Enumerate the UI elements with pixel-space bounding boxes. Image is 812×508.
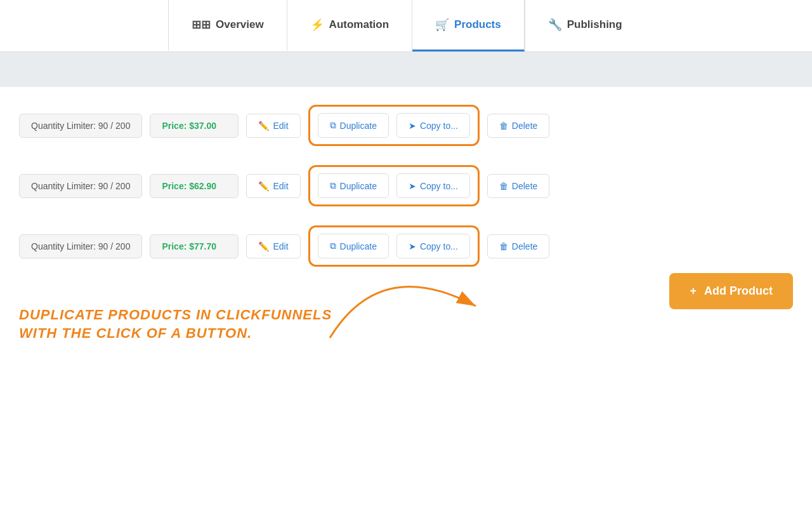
nav-tabs: ⊞ Overview ⚡ Automation 🛒 Products 🔧 Pub… [0,0,812,52]
bottom-area: Duplicate Products in ClickFunnels with … [0,293,812,319]
pencil-icon: ✏️ [258,121,269,131]
send-icon-1: ➤ [409,121,416,131]
delete-button-2[interactable]: 🗑 Delete [487,174,549,198]
tab-overview-label: Overview [216,18,264,31]
price-badge-1: Price: $37.00 [150,114,239,138]
edit-button-2[interactable]: ✏️ Edit [246,174,300,198]
qty-limiter-1: Quantity Limiter: 90 / 200 [19,114,142,138]
pencil-icon-2: ✏️ [258,181,269,191]
trash-icon-1: 🗑 [499,121,508,131]
price-badge-3: Price: $77.70 [150,234,239,258]
qty-limiter-2: Quantity Limiter: 90 / 200 [19,174,142,198]
add-product-label: Add Product [704,284,773,298]
tab-products[interactable]: 🛒 Products [412,0,525,51]
qty-limiter-3: Quantity Limiter: 90 / 200 [19,234,142,258]
grid-icon: ⊞ [192,18,211,32]
tab-automation-label: Automation [329,18,389,31]
trash-icon-2: 🗑 [499,181,508,191]
pencil-icon-3: ✏️ [258,241,269,251]
plus-icon: + [690,284,697,298]
edit-button-1[interactable]: ✏️ Edit [246,114,300,138]
duplicate-button-2[interactable]: ⧉ Duplicate [318,173,389,198]
delete-button-1[interactable]: 🗑 Delete [487,114,549,138]
table-row: Quantity Limiter: 90 / 200 Price: $62.90… [19,160,793,211]
wrench-icon: 🔧 [548,18,562,32]
highlight-group-1: ⧉ Duplicate ➤ Copy to... [308,105,480,146]
copy-to-button-1[interactable]: ➤ Copy to... [396,113,470,138]
copy-icon-1: ⧉ [330,120,336,131]
tab-products-label: Products [454,18,501,31]
price-badge-2: Price: $62.90 [150,174,239,198]
copy-to-button-2[interactable]: ➤ Copy to... [396,173,470,198]
edit-button-3[interactable]: ✏️ Edit [246,234,300,258]
gray-bar [0,52,812,87]
tab-publishing-label: Publishing [567,18,622,31]
annotation-text: Duplicate Products in ClickFunnels with … [19,306,332,342]
highlight-group-2: ⧉ Duplicate ➤ Copy to... [308,165,480,206]
duplicate-button-1[interactable]: ⧉ Duplicate [318,113,389,138]
bolt-icon: ⚡ [310,18,324,32]
send-icon-2: ➤ [409,181,416,191]
cart-icon: 🛒 [435,18,449,32]
tab-automation[interactable]: ⚡ Automation [287,0,412,51]
table-row: Quantity Limiter: 90 / 200 Price: $37.00… [19,100,793,151]
copy-icon-2: ⧉ [330,180,336,191]
add-product-button[interactable]: + Add Product [669,273,793,309]
annotation-arrow [317,243,508,344]
tab-publishing[interactable]: 🔧 Publishing [525,0,812,51]
tab-overview[interactable]: ⊞ Overview [168,0,287,51]
